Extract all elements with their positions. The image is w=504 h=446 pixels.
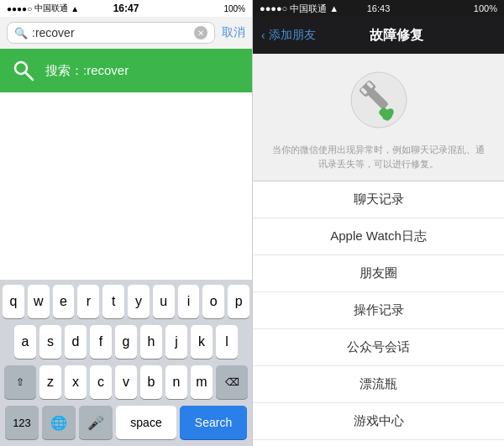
repair-item-label-5: 漂流瓶 [360, 376, 397, 392]
wifi-right-icon: ▲ [329, 3, 339, 13]
search-suggestion-icon [10, 57, 37, 84]
signal-dots: ●●●●○ [7, 4, 32, 13]
battery-left: 100% [223, 4, 245, 13]
key-m[interactable]: m [191, 365, 213, 399]
key-j[interactable]: j [165, 325, 187, 359]
right-panel: ●●●●○ 中国联通 ▲ 16:43 100% ‹ 添加朋友 故障修复 [252, 0, 504, 446]
battery-right: 100% [474, 3, 497, 13]
repair-item-label-4: 公众号会话 [347, 339, 410, 355]
repair-item-4[interactable]: 公众号会话 [253, 329, 504, 366]
search-input-wrapper[interactable]: 🔍 :recover ✕ [7, 22, 215, 44]
nav-title: 故障修复 [323, 27, 470, 45]
clear-button[interactable]: ✕ [194, 26, 207, 39]
key-q[interactable]: q [3, 285, 24, 318]
status-bar-right: ●●●●○ 中国联通 ▲ 16:43 100% [253, 0, 504, 17]
key-b[interactable]: b [140, 365, 162, 399]
key-d[interactable]: d [65, 325, 87, 359]
key-p[interactable]: p [228, 285, 249, 318]
key-123[interactable]: 123 [5, 406, 39, 439]
key-delete[interactable]: ⌫ [216, 365, 248, 399]
search-bar-container: 🔍 :recover ✕ 取消 [0, 17, 252, 49]
key-r[interactable]: r [77, 285, 99, 318]
left-carrier-icons: ●●●●○ 中国联通 ▲ [7, 3, 79, 14]
key-e[interactable]: e [53, 285, 75, 318]
repair-item-label-0: 聊天记录 [354, 192, 404, 207]
wrench-icon [349, 71, 408, 129]
key-shift[interactable]: ⇧ [4, 365, 36, 399]
key-t[interactable]: t [102, 285, 124, 318]
left-content-area [0, 92, 252, 280]
wifi-icon: ▲ [71, 4, 79, 13]
search-suggestion[interactable]: 搜索：:recover [0, 49, 252, 92]
key-s[interactable]: s [39, 325, 61, 359]
repair-item-label-1: Apple Watch日志 [330, 228, 427, 244]
repair-icon-area [253, 54, 504, 138]
time-right: 16:43 [367, 3, 391, 13]
keyboard-row-2: a s d f g h j k l [3, 325, 249, 359]
repair-item-5[interactable]: 漂流瓶 [253, 366, 504, 403]
search-icon: 🔍 [14, 27, 28, 39]
repair-item-1[interactable]: Apple Watch日志 [253, 218, 504, 255]
status-bar-left: ●●●●○ 中国联通 ▲ 16:47 100% [0, 0, 252, 17]
repair-item-label-3: 操作记录 [354, 302, 404, 318]
key-o[interactable]: o [202, 285, 224, 318]
key-h[interactable]: h [140, 325, 162, 359]
key-c[interactable]: c [90, 365, 112, 399]
right-nav-bar: ‹ 添加朋友 故障修复 [253, 17, 504, 54]
repair-item-7[interactable]: 资源下载 [253, 440, 504, 446]
repair-item-6[interactable]: 游戏中心 [253, 403, 504, 440]
keyboard-row-1: q w e r t y u i o p [3, 285, 249, 318]
key-w[interactable]: w [28, 285, 50, 318]
right-carrier: ●●●●○ 中国联通 ▲ [260, 3, 339, 15]
key-g[interactable]: g [115, 325, 137, 359]
key-x[interactable]: x [65, 365, 87, 399]
key-globe[interactable]: 🌐 [42, 406, 76, 439]
key-n[interactable]: n [165, 365, 187, 399]
key-v[interactable]: v [115, 365, 137, 399]
keyboard-bottom-row: 123 🌐 🎤 space Search [3, 406, 249, 439]
key-l[interactable]: l [216, 325, 238, 359]
svg-line-1 [26, 73, 34, 81]
cancel-button[interactable]: 取消 [222, 25, 245, 40]
back-label[interactable]: 添加朋友 [269, 28, 316, 43]
search-suggestion-text: 搜索：:recover [45, 63, 129, 79]
search-input[interactable]: :recover [32, 26, 190, 39]
repair-item-label-2: 朋友圈 [360, 265, 397, 281]
repair-item-2[interactable]: 朋友圈 [253, 255, 504, 292]
repair-item-label-6: 游戏中心 [354, 413, 404, 429]
key-f[interactable]: f [90, 325, 112, 359]
key-space[interactable]: space [116, 406, 176, 439]
left-panel: ●●●●○ 中国联通 ▲ 16:47 100% 🔍 :recover ✕ 取消 … [0, 0, 252, 446]
keyboard: q w e r t y u i o p a s d f g h j k l ⇧ … [0, 280, 252, 446]
repair-item-0[interactable]: 聊天记录 [253, 181, 504, 218]
time-left: 16:47 [113, 3, 139, 14]
key-mic[interactable]: 🎤 [79, 406, 113, 439]
key-z[interactable]: z [39, 365, 61, 399]
keyboard-row-3: ⇧ z x c v b n m ⌫ [3, 365, 249, 399]
repair-list: 聊天记录 Apple Watch日志 朋友圈 操作记录 公众号会话 漂流瓶 游戏… [253, 181, 504, 446]
search-button[interactable]: Search [180, 406, 247, 439]
repair-description: 当你的微信使用出现异常时，例如聊天记录混乱、通讯录丢失等，可以进行修复。 [253, 138, 504, 181]
key-a[interactable]: a [14, 325, 36, 359]
repair-item-3[interactable]: 操作记录 [253, 292, 504, 329]
back-button[interactable]: ‹ 添加朋友 [261, 28, 316, 43]
key-y[interactable]: y [128, 285, 150, 318]
key-u[interactable]: u [153, 285, 175, 318]
key-k[interactable]: k [191, 325, 213, 359]
signal-right: ●●●●○ [260, 3, 287, 13]
right-status-icons-left: 100% [223, 4, 245, 13]
chevron-left-icon: ‹ [261, 29, 265, 42]
key-i[interactable]: i [178, 285, 200, 318]
carrier-name: 中国联通 [34, 3, 68, 14]
